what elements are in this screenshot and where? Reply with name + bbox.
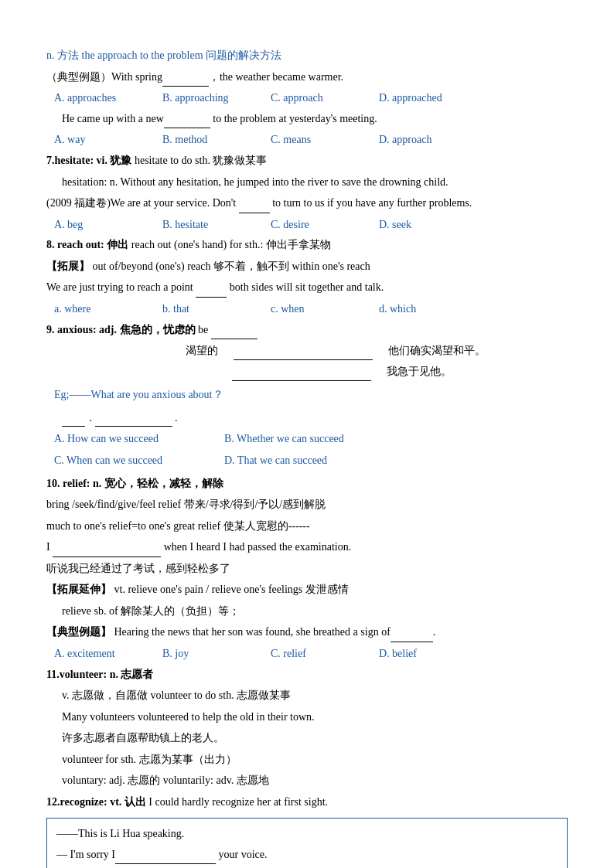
volunteer-line4: 许多志愿者自愿帮助镇上的老人。 (46, 729, 568, 748)
hesitate-section: 7.hesitate: vi. 犹豫 hesitate to do sth. 犹… (46, 151, 568, 233)
reach-options: a. where b. that c. when d. which (46, 300, 568, 318)
approach-example-rest: ，the weather became warmer. (209, 71, 343, 83)
dialog-line2: — I'm sorry I your voice. (56, 846, 558, 865)
hesitate-optA: A. beg (54, 216, 147, 234)
relief-blank2 (391, 642, 433, 642)
dialog-box: ——This is Li Hua speaking. — I'm sorry I… (46, 818, 568, 868)
approach-blank2 (164, 128, 210, 128)
approach-line3: He came up with a new to the problem at … (46, 110, 568, 129)
anxious-eg-label: Eg;——What are you anxious about？ (54, 389, 223, 400)
relief-line6: 【拓展延伸】 vt. relieve one's pain / relieve … (46, 580, 568, 600)
relief-example-label: 【典型例题】 (46, 626, 111, 638)
anxious-line1: 9. anxious: adj. 焦急的，忧虑的 be (46, 321, 568, 340)
relief-optC: C. relief (271, 645, 363, 663)
relief-expand-content: vt. relieve one's pain / relieve one's f… (114, 584, 349, 595)
approach-opt1b: B. approaching (162, 89, 255, 107)
reach-optA: a. where (54, 300, 147, 318)
anxious-blank3 (232, 363, 371, 381)
approach-example-label: （典型例题）With spring (46, 71, 162, 83)
volunteer-num: 11.volunteer: n. 志愿者 (46, 669, 153, 680)
reach-expand-content: out of/beyond (one's) reach 够不着，触不到 with… (93, 260, 370, 272)
anxious-be: be (198, 324, 211, 335)
hesitate-line3: (2009 福建卷)We are at your service. Don't … (46, 194, 568, 213)
hesitate-optB: B. hesitate (162, 216, 255, 234)
relief-line4: I when I heard I had passed the examinat… (46, 538, 568, 557)
anxious-example1: 他们确实渴望和平。 (388, 342, 486, 360)
anxious-optA: A. How can we succeed (54, 430, 193, 448)
hesitate-line1: 7.hesitate: vi. 犹豫 hesitate to do sth. 犹… (46, 151, 568, 171)
approach-opt1d: D. approached (379, 89, 472, 107)
reach-line1: 8. reach out: 伸出 reach out (one's hand) … (46, 236, 568, 255)
hesitate-blank (239, 213, 270, 213)
recognize-line1: 12.recognize: vt. 认出 I could hardly reco… (46, 793, 568, 812)
volunteer-line3: Many volunteers volunteered to help the … (46, 708, 568, 727)
hesitate-optC: C. desire (271, 216, 363, 234)
approach-opt2c: C. means (271, 131, 363, 149)
reach-line2: 【拓展】 out of/beyond (one's) reach 够不着，触不到… (46, 257, 568, 277)
reach-optD: d. which (379, 300, 472, 318)
hesitate-line2: hesitation: n. Without any hesitation, h… (46, 173, 568, 192)
anxious-line2: 渴望的 他们确实渴望和平。 (46, 342, 568, 360)
anxious-meaning-cn: 渴望的 (186, 342, 218, 360)
reach-expand-label: 【拓展】 (46, 260, 90, 272)
relief-section: 10. relief: n. 宽心，轻松，减轻，解除 bring /seek/f… (46, 475, 568, 663)
anxious-optC: C. When can we succeed (54, 451, 193, 470)
hesitate-meaning: hesitate to do sth. 犹豫做某事 (135, 155, 268, 166)
relief-optD: D. belief (379, 645, 472, 663)
recognize-num: 12.recognize: vt. 认出 (46, 796, 146, 808)
anxious-optB: B. Whether we can succeed (224, 430, 363, 448)
reach-out-section: 8. reach out: 伸出 reach out (one's hand) … (46, 236, 568, 318)
relief-line3: much to one's relief=to one's great reli… (46, 517, 568, 536)
relief-line7: relieve sb. of 解除某人的（负担）等； (46, 602, 568, 621)
anxious-blank2 (234, 342, 373, 360)
relief-line5: 听说我已经通过了考试，感到轻松多了 (46, 560, 568, 579)
anxious-example2: 我急于见他。 (387, 363, 452, 381)
relief-expand-label: 【拓展延伸】 (46, 584, 111, 595)
relief-options: A. excitement B. joy C. relief D. belief (46, 645, 568, 663)
relief-line2: bring /seek/find/give/feel relief 带来/寻求/… (46, 495, 568, 515)
volunteer-line2: v. 志愿做，自愿做 volunteer to do sth. 志愿做某事 (46, 686, 568, 706)
anxious-dash (62, 426, 85, 427)
recognize-example: I could hardly recognize her at first si… (148, 796, 328, 808)
relief-optA: A. excitement (54, 645, 147, 663)
relief-period: . (433, 626, 436, 638)
anxious-answer-blank (95, 426, 172, 427)
approach-opt1a: A. approaches (54, 89, 147, 107)
approach-options2: A. way B. method C. means D. approach (46, 131, 568, 149)
reach-line3: We are just trying to reach a point both… (46, 278, 568, 298)
reach-optC: c. when (271, 300, 363, 318)
volunteer-line1: 11.volunteer: n. 志愿者 (46, 665, 568, 685)
anxious-dot2: . (175, 412, 178, 424)
reach-num: 8. reach out: 伸出 (46, 239, 128, 250)
relief-line8: 【典型例题】 Hearing the news that her son was… (46, 623, 568, 642)
anxious-dot: . (90, 412, 93, 424)
main-content: n. 方法 the approach to the problem 问题的解决方… (46, 46, 568, 868)
volunteer-line5: volunteer for sth. 志愿为某事（出力） (46, 751, 568, 770)
anxious-optD: D. That we can succeed (224, 451, 363, 470)
relief-num: 10. relief: n. 宽心，轻松，减轻，解除 (46, 478, 223, 489)
relief-blank1 (53, 557, 161, 557)
reach-blank (196, 297, 227, 298)
anxious-answer-blank-row: . . (46, 409, 568, 427)
relief-line1: 10. relief: n. 宽心，轻松，减轻，解除 (46, 475, 568, 494)
recognize-section: 12.recognize: vt. 认出 I could hardly reco… (46, 793, 568, 812)
hesitate-options: A. beg B. hesitate C. desire D. seek (46, 216, 568, 234)
anxious-blank1 (211, 339, 258, 339)
hesitate-optD: D. seek (379, 216, 472, 234)
anxious-opts-row1: A. How can we succeed B. Whether we can … (46, 430, 568, 448)
approach-opt1c: C. approach (271, 89, 363, 107)
anxious-line3: 我急于见他。 (46, 363, 568, 381)
approach-line2: （典型例题）With spring，the weather became war… (46, 68, 568, 87)
anxious-opts-row2: C. When can we succeed D. That we can su… (46, 451, 568, 470)
anxious-eg: Eg;——What are you anxious about？ (46, 386, 568, 404)
approach-blank1 (162, 86, 209, 87)
reach-meaning: reach out (one's hand) for sth.: 伸出手拿某物 (131, 239, 331, 250)
hesitate-num: 7.hesitate: vi. 犹豫 (46, 155, 131, 166)
approach-line1: n. 方法 the approach to the problem 问题的解决方… (46, 46, 568, 66)
approach-opt2d: D. approach (379, 131, 472, 149)
dialog-blank (115, 863, 216, 864)
approach-section: n. 方法 the approach to the problem 问题的解决方… (46, 46, 568, 149)
volunteer-line6: voluntary: adj. 志愿的 voluntarily: adv. 志愿… (46, 771, 568, 791)
dialog-line1: ——This is Li Hua speaking. (56, 825, 558, 844)
reach-optB: b. that (162, 300, 255, 318)
